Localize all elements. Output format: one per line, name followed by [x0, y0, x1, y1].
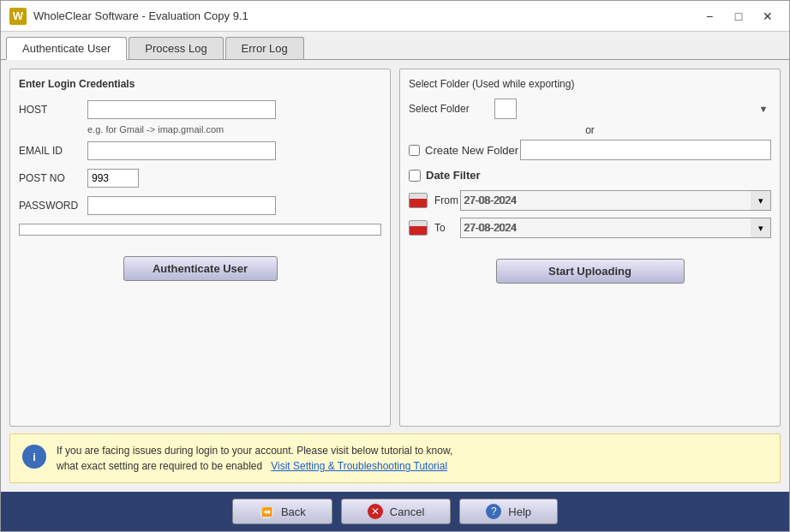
window-title: WholeClear Software - Evaluation Copy 9.…: [33, 9, 248, 22]
title-bar-left: W WholeClear Software - Evaluation Copy …: [9, 8, 248, 25]
cancel-button[interactable]: ✕ Cancel: [341, 499, 451, 524]
info-icon: i: [22, 445, 46, 469]
to-date-input[interactable]: [460, 218, 771, 238]
back-icon: ⏪: [259, 504, 274, 519]
create-folder-row: Create New Folder: [409, 140, 771, 160]
progress-bar: [19, 224, 381, 236]
from-date-wrapper: 27-08-2024 ▾: [460, 190, 771, 211]
info-content: If you are facing issues during login to…: [57, 443, 452, 474]
to-label: To: [434, 222, 460, 234]
start-uploading-button[interactable]: Start Uploading: [496, 259, 685, 284]
select-folder-dropdown[interactable]: [494, 99, 517, 119]
tab-process-log[interactable]: Process Log: [129, 37, 223, 59]
help-icon: ?: [486, 504, 501, 519]
back-button[interactable]: ⏪ Back: [232, 499, 332, 524]
info-box: i If you are facing issues during login …: [9, 433, 781, 483]
close-button[interactable]: ✕: [755, 7, 781, 26]
credentials-panel-title: Enter Login Credentials: [19, 78, 381, 90]
maximize-button[interactable]: □: [726, 7, 751, 26]
from-date-input[interactable]: [460, 190, 771, 211]
main-content: Enter Login Credentials HOST e.g. for Gm…: [1, 60, 789, 492]
to-date-calendar-button[interactable]: ▾: [751, 218, 771, 238]
new-folder-input[interactable]: [520, 140, 771, 160]
email-label: EMAIL ID: [19, 145, 87, 157]
bottom-bar: ⏪ Back ✕ Cancel ? Help: [1, 492, 789, 531]
host-hint: e.g. for Gmail -> imap.gmail.com: [87, 124, 381, 134]
to-calendar-icon: [409, 220, 428, 236]
host-input[interactable]: [87, 100, 276, 119]
main-window: W WholeClear Software - Evaluation Copy …: [0, 0, 790, 532]
tab-error-log[interactable]: Error Log: [225, 37, 304, 59]
from-label: From: [434, 194, 460, 206]
info-text: If you are facing issues during login to…: [57, 443, 452, 474]
select-folder-wrapper: ▾: [494, 99, 771, 119]
port-input[interactable]: [87, 169, 139, 188]
create-folder-checkbox[interactable]: [409, 145, 420, 156]
password-row: PASSWORD: [19, 196, 381, 215]
tab-authenticate-user[interactable]: Authenticate User: [6, 37, 127, 60]
password-input[interactable]: [87, 196, 276, 215]
right-panel: Select Folder (Used while exporting) Sel…: [399, 69, 781, 427]
authenticate-user-button[interactable]: Authenticate User: [123, 256, 278, 281]
from-date-row: From 27-08-2024 ▾: [409, 190, 771, 211]
or-divider: or: [409, 124, 771, 136]
port-label: POST NO: [19, 172, 87, 184]
email-row: EMAIL ID: [19, 141, 381, 160]
tab-bar: Authenticate User Process Log Error Log: [1, 32, 789, 60]
create-folder-label[interactable]: Create New Folder: [409, 144, 520, 157]
host-row: HOST: [19, 100, 381, 119]
troubleshooting-link[interactable]: Visit Setting & Troubleshooting Tutorial: [271, 460, 447, 472]
help-button[interactable]: ? Help: [459, 499, 558, 524]
date-filter-section: Date Filter From 27-08-2024 ▾ To: [409, 169, 771, 284]
select-folder-row: Select Folder ▾: [409, 99, 771, 119]
port-row: POST NO: [19, 169, 381, 188]
date-filter-checkbox[interactable]: [409, 170, 421, 182]
host-label: HOST: [19, 104, 87, 116]
left-panel: Enter Login Credentials HOST e.g. for Gm…: [9, 69, 391, 427]
window-controls: − □ ✕: [697, 7, 781, 26]
date-filter-header: Date Filter: [409, 169, 771, 182]
title-bar: W WholeClear Software - Evaluation Copy …: [1, 1, 789, 32]
to-date-row: To 27-08-2024 ▾: [409, 218, 771, 238]
app-icon: W: [9, 8, 27, 25]
password-label: PASSWORD: [19, 200, 87, 212]
minimize-button[interactable]: −: [697, 7, 722, 26]
email-input[interactable]: [87, 141, 276, 160]
from-date-calendar-button[interactable]: ▾: [751, 190, 771, 211]
to-date-wrapper: 27-08-2024 ▾: [460, 218, 771, 238]
date-filter-label: Date Filter: [426, 169, 481, 182]
top-section: Enter Login Credentials HOST e.g. for Gm…: [9, 69, 781, 427]
right-panel-title: Select Folder (Used while exporting): [409, 78, 771, 90]
cancel-icon: ✕: [368, 504, 383, 519]
select-folder-label: Select Folder: [409, 103, 494, 115]
from-calendar-icon: [409, 193, 428, 208]
